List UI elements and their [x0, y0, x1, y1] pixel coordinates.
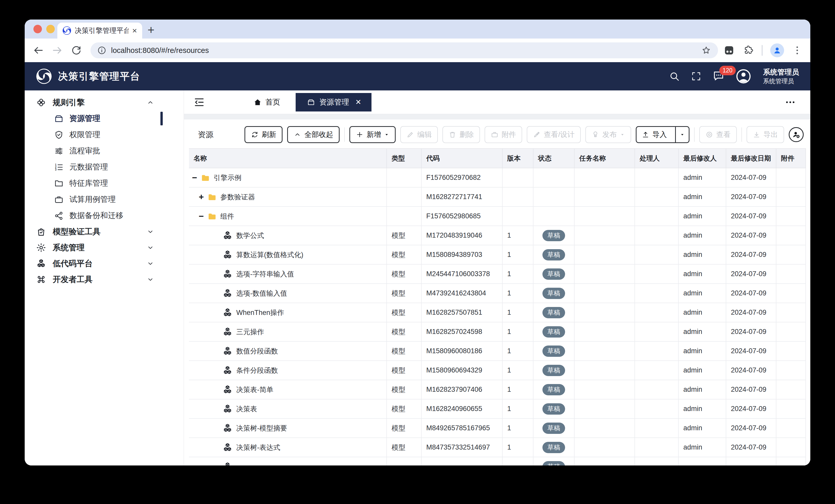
cell-attachment: [776, 168, 806, 188]
tab-home[interactable]: 首页: [253, 97, 280, 107]
sidebar-group-rule-engine[interactable]: 规则引擎: [25, 94, 184, 110]
tab-resource-management[interactable]: 资源管理 ✕: [296, 93, 371, 111]
cell-name: 选项-数值输入值: [189, 284, 387, 303]
reload-icon[interactable]: [70, 44, 82, 56]
table-row[interactable]: 选项-字符串输入值模型M2454471060033781草稿admin2024-…: [189, 265, 806, 284]
cell-attachment: [776, 303, 806, 322]
browser-tab-title: 决策引擎管理平台: [75, 26, 128, 35]
import-label: 导入: [652, 130, 667, 140]
import-button[interactable]: 导入: [636, 126, 690, 143]
table-row[interactable]: 决策表-简单模型M16282379074061草稿admin2024-07-09: [189, 380, 806, 399]
cell-handler: [635, 207, 679, 226]
cell-type: [387, 457, 422, 465]
table-row[interactable]: 条件分段函数模型M15809606943291草稿admin2024-07-09: [189, 361, 806, 380]
cell-handler: [635, 361, 679, 380]
column-header: 最后修改日期: [726, 149, 776, 168]
cell-date: 2024-07-09: [726, 245, 776, 265]
cell-task: [575, 207, 635, 226]
tab-close-icon[interactable]: ✕: [355, 98, 361, 106]
browser-profile-avatar[interactable]: [770, 43, 784, 57]
cell-handler: [635, 284, 679, 303]
chevup-icon: [293, 131, 301, 139]
table-row[interactable]: 决策树-模型摘要模型M8492657851679651草稿admin2024-0…: [189, 419, 806, 438]
browser-tab[interactable]: 决策引擎管理平台 ×: [57, 23, 142, 39]
address-bar[interactable]: localhost:8080/#/re/resources: [90, 42, 718, 58]
cell-version: 1: [503, 284, 533, 303]
table-row[interactable]: 决策表模型M16282409606551草稿admin2024-07-09: [189, 399, 806, 419]
table-row[interactable]: 数值分段函数模型M15809600801861草稿admin2024-07-09: [189, 342, 806, 361]
table-row[interactable]: 算数运算(数值格式化)模型M15808943897031草稿admin2024-…: [189, 245, 806, 265]
tab-close-icon[interactable]: ×: [132, 26, 137, 35]
table-row[interactable]: 数学公式模型M17204839190461草稿admin2024-07-09: [189, 226, 806, 245]
cell-code: M1628257024598: [422, 322, 503, 342]
cell-version: 1: [503, 419, 533, 438]
sidebar-item-data-backup-migration[interactable]: 数据备份和迁移: [25, 208, 184, 224]
expander-minus-icon[interactable]: −: [192, 173, 200, 183]
cell-name: 选项-字符串输入值: [189, 265, 387, 284]
sidebar-item-feature-library-management[interactable]: 特征库管理: [25, 175, 184, 191]
extensions-icon[interactable]: [743, 45, 754, 56]
window-minimize-button[interactable]: [46, 25, 55, 34]
attachment-button: 附件: [485, 126, 522, 143]
sidebar-item-resource-management[interactable]: 资源管理: [25, 110, 184, 127]
import-main[interactable]: 导入: [636, 127, 672, 142]
sidebar-group-low-code-platform[interactable]: 低代码平台: [25, 256, 184, 272]
import-dropdown[interactable]: [675, 127, 689, 142]
sidebar-item-metadata-management[interactable]: 123元数据管理: [25, 159, 184, 175]
user-avatar-icon[interactable]: [736, 68, 751, 84]
messages-button[interactable]: 120: [713, 70, 725, 83]
search-icon[interactable]: [669, 71, 680, 82]
add-button[interactable]: 新增: [349, 126, 396, 143]
sidebar-item-permission-management[interactable]: 权限管理: [25, 127, 184, 143]
tab-search-icon[interactable]: [723, 44, 735, 56]
collapse-all-button[interactable]: 全部收起: [287, 126, 340, 143]
expander-minus-icon[interactable]: −: [199, 211, 206, 221]
expander-plus-icon[interactable]: +: [199, 192, 206, 202]
table-row[interactable]: 选项-数值输入值模型M473924162438041草稿admin2024-07…: [189, 284, 806, 303]
table-row[interactable]: WhenThen操作模型M16282575078511草稿admin2024-0…: [189, 303, 806, 322]
refresh-button[interactable]: 刷新: [244, 126, 283, 143]
resource-name: WhenThen操作: [236, 308, 284, 317]
forward-icon[interactable]: [52, 44, 63, 56]
sidebar-group-developer-tools[interactable]: 开发者工具: [25, 272, 184, 288]
cell-version: 1: [503, 380, 533, 399]
cell-date: 2024-07-09: [726, 168, 776, 188]
bookmark-star-icon[interactable]: [701, 45, 711, 56]
sidebar-group-model-validation-tools[interactable]: 模型验证工具: [25, 224, 184, 240]
sidebar-collapse-icon[interactable]: [193, 96, 205, 108]
upload-icon: [642, 131, 649, 139]
person-gear-icon: [792, 130, 800, 139]
cell-code: M1628240960655: [422, 399, 503, 419]
cell-attachment: [776, 380, 806, 399]
table-row[interactable]: +参数验证器M1628272717741admin2024-07-09: [189, 188, 806, 207]
clover-icon: [36, 97, 46, 108]
tab-more-menu-icon[interactable]: [785, 97, 796, 108]
new-tab-button[interactable]: +: [147, 24, 155, 36]
tab-home-label: 首页: [265, 97, 280, 107]
url-text: localhost:8080/#/re/resources: [111, 46, 209, 55]
sidebar-item-trial-case-management[interactable]: 试算用例管理: [25, 191, 184, 208]
fullscreen-icon[interactable]: [691, 71, 701, 81]
user-settings-button[interactable]: [789, 127, 803, 142]
cell-task: [575, 361, 635, 380]
resources-table: 名称类型代码版本状态任务名称处理人最后修改人最后修改日期附件 −引擎示例F157…: [184, 148, 810, 465]
back-icon[interactable]: [33, 44, 44, 56]
divider: [762, 45, 762, 56]
window-close-button[interactable]: [34, 25, 42, 34]
table-row[interactable]: 决策树-表达式模型M8473573325146971草稿admin2024-07…: [189, 438, 806, 457]
user-info[interactable]: 系统管理员 系统管理员: [763, 67, 799, 85]
table-row[interactable]: −引擎示例F1576052970682admin2024-07-09: [189, 168, 806, 188]
table-row[interactable]: −组件F1576052980685admin2024-07-09: [189, 207, 806, 226]
sidebar-item-process-approval[interactable]: 流程审批: [25, 143, 184, 159]
cell-task: [575, 226, 635, 245]
cell-type: 模型: [387, 419, 422, 438]
cell-status: 草稿: [533, 438, 575, 457]
table-row[interactable]: 三元操作模型M16282570245981草稿admin2024-07-09: [189, 322, 806, 342]
status-badge: 草稿: [543, 461, 565, 466]
site-info-icon[interactable]: [97, 46, 106, 55]
cell-name: 条件分段函数: [189, 361, 387, 380]
browser-menu-icon[interactable]: [792, 45, 802, 56]
cell-modifier: admin: [679, 303, 726, 322]
sidebar-group-system-management[interactable]: 系统管理: [25, 240, 184, 256]
table-row[interactable]: 草稿: [189, 457, 806, 465]
